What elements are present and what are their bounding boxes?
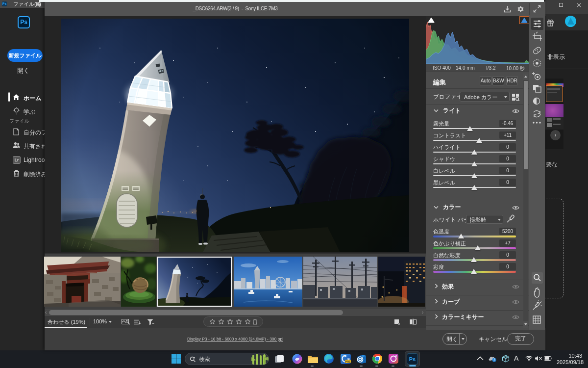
svg-text:PRE: PRE bbox=[345, 360, 351, 363]
